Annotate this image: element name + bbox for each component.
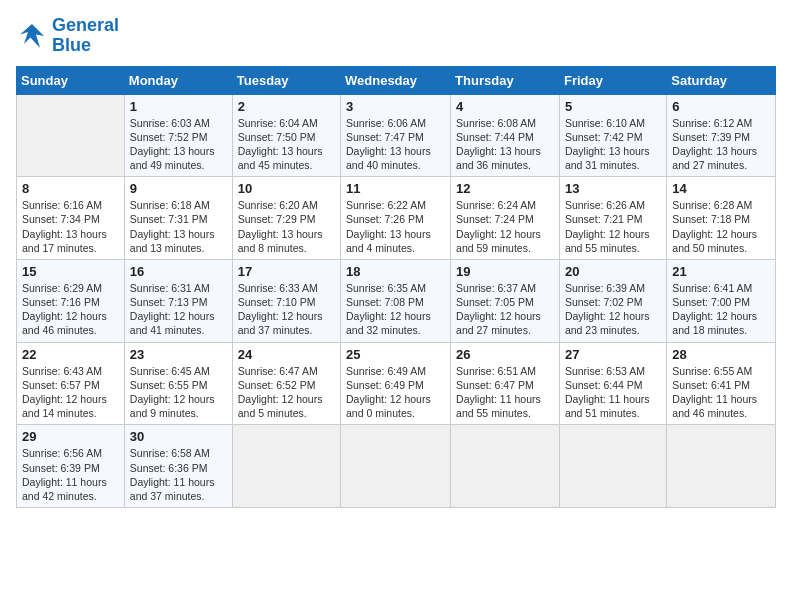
day-cell: 19Sunrise: 6:37 AMSunset: 7:05 PMDayligh… [451,259,560,342]
day-cell: 11Sunrise: 6:22 AMSunset: 7:26 PMDayligh… [341,177,451,260]
week-row-3: 15Sunrise: 6:29 AMSunset: 7:16 PMDayligh… [17,259,776,342]
day-cell: 23Sunrise: 6:45 AMSunset: 6:55 PMDayligh… [124,342,232,425]
day-cell: 27Sunrise: 6:53 AMSunset: 6:44 PMDayligh… [559,342,666,425]
day-cell: 10Sunrise: 6:20 AMSunset: 7:29 PMDayligh… [232,177,340,260]
week-row-4: 22Sunrise: 6:43 AMSunset: 6:57 PMDayligh… [17,342,776,425]
day-cell: 17Sunrise: 6:33 AMSunset: 7:10 PMDayligh… [232,259,340,342]
header-monday: Monday [124,66,232,94]
day-cell: 18Sunrise: 6:35 AMSunset: 7:08 PMDayligh… [341,259,451,342]
day-cell: 14Sunrise: 6:28 AMSunset: 7:18 PMDayligh… [667,177,776,260]
week-row-1: 1Sunrise: 6:03 AMSunset: 7:52 PMDaylight… [17,94,776,177]
logo-text: GeneralBlue [52,16,119,56]
day-cell: 8Sunrise: 6:16 AMSunset: 7:34 PMDaylight… [17,177,125,260]
day-cell [559,425,666,508]
logo-icon [16,20,48,52]
day-cell: 28Sunrise: 6:55 AMSunset: 6:41 PMDayligh… [667,342,776,425]
day-cell: 22Sunrise: 6:43 AMSunset: 6:57 PMDayligh… [17,342,125,425]
day-cell: 6Sunrise: 6:12 AMSunset: 7:39 PMDaylight… [667,94,776,177]
day-cell: 9Sunrise: 6:18 AMSunset: 7:31 PMDaylight… [124,177,232,260]
day-cell [451,425,560,508]
header-tuesday: Tuesday [232,66,340,94]
day-cell: 4Sunrise: 6:08 AMSunset: 7:44 PMDaylight… [451,94,560,177]
header-thursday: Thursday [451,66,560,94]
day-cell: 21Sunrise: 6:41 AMSunset: 7:00 PMDayligh… [667,259,776,342]
svg-marker-0 [20,24,44,48]
day-cell: 1Sunrise: 6:03 AMSunset: 7:52 PMDaylight… [124,94,232,177]
day-cell: 12Sunrise: 6:24 AMSunset: 7:24 PMDayligh… [451,177,560,260]
header-sunday: Sunday [17,66,125,94]
header-wednesday: Wednesday [341,66,451,94]
page-header: GeneralBlue [16,16,776,56]
calendar-table: SundayMondayTuesdayWednesdayThursdayFrid… [16,66,776,508]
empty-cell [17,94,125,177]
day-cell: 3Sunrise: 6:06 AMSunset: 7:47 PMDaylight… [341,94,451,177]
day-cell: 2Sunrise: 6:04 AMSunset: 7:50 PMDaylight… [232,94,340,177]
day-cell: 5Sunrise: 6:10 AMSunset: 7:42 PMDaylight… [559,94,666,177]
day-cell [232,425,340,508]
day-cell [667,425,776,508]
day-cell: 24Sunrise: 6:47 AMSunset: 6:52 PMDayligh… [232,342,340,425]
day-cell: 20Sunrise: 6:39 AMSunset: 7:02 PMDayligh… [559,259,666,342]
week-row-2: 8Sunrise: 6:16 AMSunset: 7:34 PMDaylight… [17,177,776,260]
day-cell: 26Sunrise: 6:51 AMSunset: 6:47 PMDayligh… [451,342,560,425]
header-saturday: Saturday [667,66,776,94]
day-cell: 13Sunrise: 6:26 AMSunset: 7:21 PMDayligh… [559,177,666,260]
day-cell: 29Sunrise: 6:56 AMSunset: 6:39 PMDayligh… [17,425,125,508]
days-header-row: SundayMondayTuesdayWednesdayThursdayFrid… [17,66,776,94]
day-cell: 30Sunrise: 6:58 AMSunset: 6:36 PMDayligh… [124,425,232,508]
day-cell: 25Sunrise: 6:49 AMSunset: 6:49 PMDayligh… [341,342,451,425]
week-row-5: 29Sunrise: 6:56 AMSunset: 6:39 PMDayligh… [17,425,776,508]
day-cell: 15Sunrise: 6:29 AMSunset: 7:16 PMDayligh… [17,259,125,342]
header-friday: Friday [559,66,666,94]
day-cell: 16Sunrise: 6:31 AMSunset: 7:13 PMDayligh… [124,259,232,342]
day-cell [341,425,451,508]
logo: GeneralBlue [16,16,119,56]
